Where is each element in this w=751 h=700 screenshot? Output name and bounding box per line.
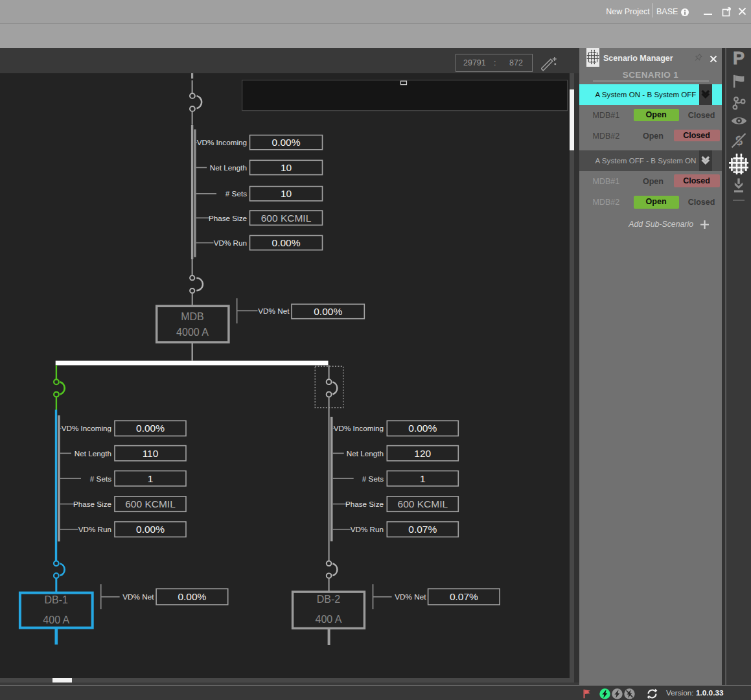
svg-text:VD% Run: VD% Run (78, 525, 111, 533)
svg-text:400 A: 400 A (316, 614, 342, 625)
svg-text:0.00%: 0.00% (314, 306, 342, 317)
svg-text:# Sets: # Sets (90, 474, 111, 483)
svg-text:600 KCMIL: 600 KCMIL (261, 213, 312, 224)
svg-text:0.07%: 0.07% (450, 591, 478, 602)
svg-text:VD% Incoming: VD% Incoming (62, 424, 111, 432)
svg-text:0.00%: 0.00% (178, 591, 206, 602)
svg-text:VD% Net: VD% Net (258, 307, 290, 315)
svg-text:DB-2: DB-2 (317, 594, 341, 605)
svg-text:600 KCMIL: 600 KCMIL (398, 498, 448, 509)
svg-text:10: 10 (281, 162, 292, 173)
svg-text:VD% Run: VD% Run (351, 525, 384, 533)
svg-text:0.07%: 0.07% (408, 524, 437, 535)
svg-text:VD% Incoming: VD% Incoming (334, 424, 384, 432)
svg-text:0.00%: 0.00% (408, 423, 437, 434)
svg-text:600 KCMIL: 600 KCMIL (125, 498, 176, 509)
svg-text:Net Length: Net Length (347, 449, 384, 458)
svg-text:VD% Incoming: VD% Incoming (197, 138, 247, 146)
svg-text:MDB: MDB (181, 311, 204, 322)
svg-text:110: 110 (143, 448, 159, 459)
svg-text:# Sets: # Sets (362, 474, 384, 483)
svg-text:400 A: 400 A (43, 614, 69, 625)
svg-text:1: 1 (148, 473, 154, 484)
svg-text:0.00%: 0.00% (272, 237, 301, 248)
svg-text:Phase Size: Phase Size (73, 500, 111, 508)
svg-text:1: 1 (420, 473, 426, 484)
svg-text:DB-1: DB-1 (45, 594, 69, 605)
svg-text:Phase Size: Phase Size (345, 500, 384, 508)
svg-text:VD% Net: VD% Net (395, 592, 426, 601)
svg-text:VD% Net: VD% Net (122, 592, 154, 601)
svg-text:0.00%: 0.00% (136, 423, 165, 434)
svg-text:# Sets: # Sets (225, 189, 247, 198)
svg-text:VD% Run: VD% Run (214, 239, 247, 247)
svg-text:Net Length: Net Length (75, 449, 111, 458)
svg-text:Net Length: Net Length (210, 163, 247, 172)
svg-text:0.00%: 0.00% (136, 524, 165, 535)
svg-text:4000 A: 4000 A (176, 327, 209, 338)
svg-text:0.00%: 0.00% (272, 137, 301, 148)
svg-text:Phase Size: Phase Size (209, 214, 247, 222)
svg-text:10: 10 (281, 188, 292, 199)
svg-text:120: 120 (414, 448, 431, 459)
